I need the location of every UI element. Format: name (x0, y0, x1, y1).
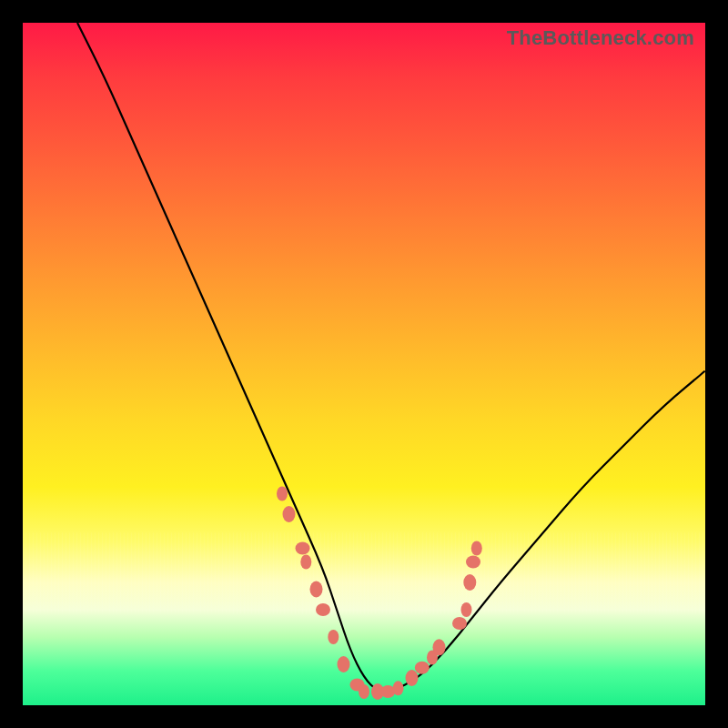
chart-frame: TheBottleneck.com (23, 23, 705, 705)
data-point (359, 684, 369, 699)
data-point (471, 541, 482, 556)
data-point (393, 681, 404, 695)
data-point (300, 555, 311, 570)
data-point (296, 542, 310, 555)
data-point (277, 487, 288, 501)
data-points-group (277, 487, 482, 701)
chart-svg (23, 23, 705, 705)
data-point (433, 639, 446, 655)
data-point (461, 602, 472, 617)
data-point (316, 603, 330, 616)
data-point (463, 574, 476, 591)
data-point (338, 656, 350, 672)
data-point (452, 617, 467, 630)
data-point (406, 670, 419, 686)
data-point (283, 506, 296, 522)
data-point (466, 556, 480, 569)
data-point (310, 581, 323, 598)
data-point (328, 630, 339, 644)
data-point (415, 662, 430, 674)
bottleneck-curve-line (77, 23, 705, 692)
